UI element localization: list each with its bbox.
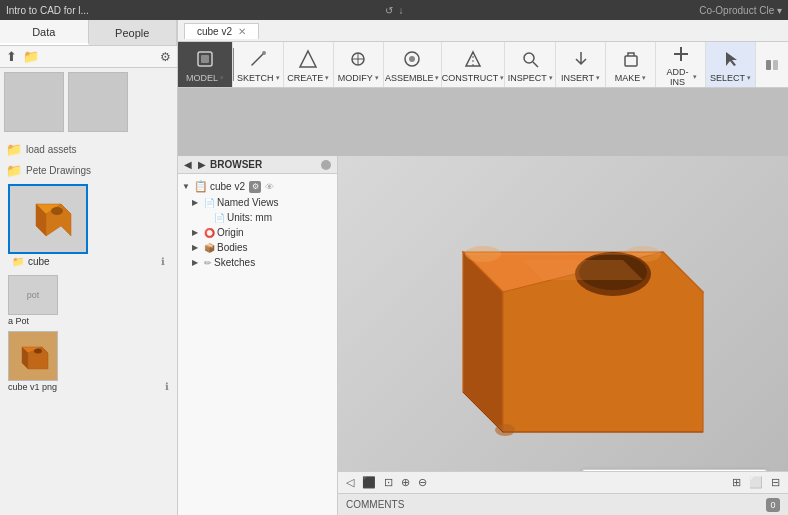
tree-item-units: ▶ 📄 Units: mm: [178, 210, 337, 225]
browser-collapse-icon: ▶: [198, 159, 206, 170]
make-label: MAKE ▾: [615, 73, 647, 83]
cube-small-svg: [14, 339, 52, 373]
svg-rect-24: [766, 60, 771, 70]
tree-label-named-views: Named Views: [217, 197, 279, 208]
toolbar-sketch-button[interactable]: SKETCH ▾: [234, 42, 284, 87]
svg-point-19: [524, 53, 534, 63]
browser-header: ◀ ▶ BROWSER: [178, 156, 337, 174]
model-icon: [191, 46, 219, 71]
tree-item-named-views[interactable]: ▶ 📄 Named Views: [178, 195, 337, 210]
select-icon: [717, 46, 745, 71]
tree-arrow-root: ▼: [182, 182, 192, 191]
cad-toolbar: cube v2 ✕ MODEL ▾: [178, 20, 788, 88]
top-bar-refresh-icon[interactable]: ↺: [385, 5, 393, 16]
svg-rect-25: [773, 60, 778, 70]
load-assets-label: 📁 load assets: [4, 138, 173, 159]
asset-area: 📁 load assets 📁 Pete Drawings: [0, 68, 177, 515]
toolbar-make-button[interactable]: MAKE ▾: [606, 42, 656, 87]
pete-drawings-label[interactable]: 📁 Pete Drawings: [4, 159, 173, 180]
assemble-label: ASSEMBLE ▾: [385, 73, 440, 83]
asset-grey2[interactable]: [68, 72, 128, 132]
cube-tab-label: cube v2: [197, 26, 232, 37]
cube-info-icon[interactable]: ℹ: [161, 256, 165, 267]
tree-arrow-sketches: ▶: [192, 258, 202, 267]
pot-asset[interactable]: pot a Pot: [4, 273, 173, 329]
display-settings-icon[interactable]: ⊟: [769, 475, 782, 490]
tree-label-bodies: Bodies: [217, 242, 248, 253]
new-folder-icon[interactable]: 📁: [23, 49, 39, 64]
tab-data[interactable]: Data: [0, 20, 89, 45]
tree-label-units: Units: mm: [227, 212, 272, 223]
top-bar-download-icon[interactable]: ↓: [399, 5, 404, 16]
zoom-fit-icon[interactable]: ⊡: [382, 475, 395, 490]
zoom-in-icon[interactable]: ⊕: [399, 475, 412, 490]
svg-point-7: [34, 349, 42, 354]
tree-arrow-bodies: ▶: [192, 243, 202, 252]
panel-toggle-icon[interactable]: [762, 55, 782, 75]
insert-icon: [567, 46, 595, 71]
browser-tree: ▼ 📋 cube v2 ⚙ 👁 ▶ 📄 Named Views ▶: [178, 174, 337, 515]
view-cube-icon[interactable]: ⬜: [747, 475, 765, 490]
toolbar-modify-button[interactable]: MODIFY ▾: [334, 42, 384, 87]
cube-preview-svg: [21, 194, 76, 244]
toolbar-create-button[interactable]: CREATE ▾: [284, 42, 334, 87]
construct-icon: [459, 46, 487, 71]
sketch-icon: [244, 46, 272, 71]
toolbar-construct-button[interactable]: CONSTRUCT ▾: [442, 42, 506, 87]
toolbar-insert-button[interactable]: INSERT ▾: [556, 42, 606, 87]
assemble-icon: [398, 46, 426, 71]
folder-small-icon: 📁: [12, 256, 24, 267]
tree-item-sketches[interactable]: ▶ ✏ Sketches: [178, 255, 337, 270]
toolbar-select-button[interactable]: SELECT ▾: [706, 42, 756, 87]
addins-label: ADD-INS ▾: [664, 67, 697, 87]
settings-icon[interactable]: ⚙: [160, 50, 171, 64]
create-icon: [294, 46, 322, 71]
viewport[interactable]: Video: Autodesk Design Academy ◁ ⬛ ⊡ ⊕ ⊖…: [338, 156, 788, 515]
asset-grey1[interactable]: [4, 72, 64, 132]
svg-point-16: [409, 56, 415, 62]
tree-badge-cube-v2: ⚙: [249, 181, 261, 193]
comments-count: 0: [766, 498, 780, 512]
browser-arrow: ◀: [184, 159, 192, 170]
zoom-out-icon[interactable]: ⊖: [416, 475, 429, 490]
tab-people[interactable]: People: [89, 20, 178, 45]
cube-small-info-icon[interactable]: ℹ: [165, 381, 169, 392]
cube-small-asset[interactable]: cube v1 png ℹ: [4, 329, 173, 394]
sketch-label: SKETCH ▾: [237, 73, 280, 83]
view-fit-icon[interactable]: ⬛: [360, 475, 378, 490]
top-bar-title: Intro to CAD for l...: [6, 5, 89, 16]
tree-label-sketches: Sketches: [214, 257, 255, 268]
cad-area: cube v2 ✕ MODEL ▾: [178, 20, 788, 515]
toolbar-assemble-button[interactable]: ASSEMBLE ▾: [384, 42, 442, 87]
tree-item-cube-v2[interactable]: ▼ 📋 cube v2 ⚙ 👁: [178, 178, 337, 195]
svg-line-20: [533, 62, 538, 67]
insert-label: INSERT ▾: [561, 73, 600, 83]
folder-upload-icon[interactable]: ⬆: [6, 49, 17, 64]
select-label: SELECT ▾: [710, 73, 751, 83]
tree-eye-icon: 👁: [265, 182, 274, 192]
main-layout: Data People ⬆ 📁 ⚙: [0, 20, 788, 515]
toolbar-inspect-button[interactable]: INSPECT ▾: [505, 42, 556, 87]
make-icon: [617, 46, 645, 71]
construct-label: CONSTRUCT ▾: [442, 73, 505, 83]
svg-marker-11: [300, 51, 316, 67]
create-label: CREATE ▾: [287, 73, 329, 83]
cad-tab[interactable]: cube v2 ✕: [184, 23, 259, 39]
left-panel: Data People ⬆ 📁 ⚙: [0, 20, 178, 515]
addins-icon: [667, 43, 695, 65]
tree-item-bodies[interactable]: ▶ 📦 Bodies: [178, 240, 337, 255]
tree-item-origin[interactable]: ▶ ⭕ Origin: [178, 225, 337, 240]
inspect-icon: [516, 46, 544, 71]
svg-point-10: [262, 51, 266, 55]
tree-arrow-named-views: ▶: [192, 198, 202, 207]
grid-icon[interactable]: ⊞: [730, 475, 743, 490]
cube-label: cube: [28, 256, 50, 267]
toolbar-addins-button[interactable]: ADD-INS ▾: [656, 42, 706, 87]
svg-rect-21: [625, 56, 637, 66]
view-home-icon[interactable]: ◁: [344, 475, 356, 490]
close-tab-icon[interactable]: ✕: [238, 26, 246, 37]
svg-marker-17: [466, 52, 480, 66]
cube-asset-container: 📁 cube ℹ: [4, 180, 173, 273]
toolbar-model-button[interactable]: MODEL ▾: [178, 42, 233, 87]
cube-asset-thumb[interactable]: [8, 184, 88, 254]
